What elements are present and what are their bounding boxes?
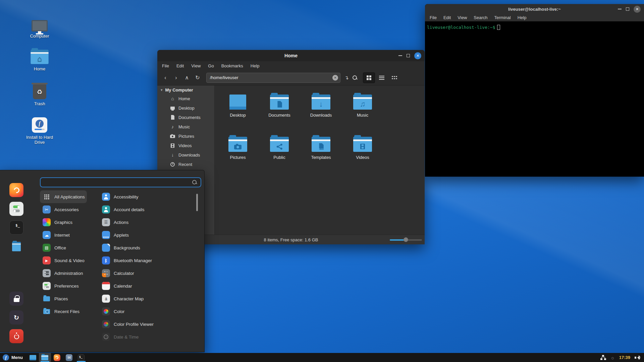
back-button[interactable]: ‹ <box>160 72 171 83</box>
category-places[interactable]: Places <box>40 292 87 305</box>
menu-search[interactable]: Search <box>474 15 487 20</box>
menu-terminal[interactable]: Terminal <box>494 15 511 20</box>
folder-item-desktop[interactable]: Desktop <box>217 91 259 133</box>
file-manager-titlebar[interactable]: Home ✕ <box>157 50 425 61</box>
desktop-icon-install[interactable]: f Install to Hard Drive <box>21 113 58 145</box>
category-administration[interactable]: Administration <box>40 267 87 280</box>
minimize-button[interactable] <box>398 55 402 56</box>
list-view-button[interactable] <box>376 72 388 83</box>
category-graphics[interactable]: Graphics <box>40 216 87 229</box>
menu-view[interactable]: View <box>458 15 467 20</box>
app-character-map[interactable]: á Character Map <box>99 292 193 305</box>
clear-location-icon[interactable]: ✕ <box>332 75 338 80</box>
close-button[interactable]: ✕ <box>414 52 421 59</box>
lock-screen-icon[interactable] <box>9 292 23 306</box>
sidebar-item-music[interactable]: ♪ Music <box>157 122 214 131</box>
category-sound-video[interactable]: ▶ Sound & Video <box>40 254 87 267</box>
terminal-titlebar[interactable]: liveuser@localhost-live:~ ✕ <box>425 4 644 14</box>
volume-icon[interactable] <box>635 355 641 360</box>
icon-view-button[interactable] <box>363 72 375 83</box>
app-bluetooth-manager[interactable]: ᛒ Bluetooth Manager <box>99 254 193 267</box>
terminal-output[interactable]: liveuser@localhost-live:~$ <box>425 21 644 33</box>
file-grid[interactable]: Desktop Documents ↓ Downloads ♫ Music Pi… <box>215 85 425 235</box>
category-internet[interactable]: ☁ Internet <box>40 229 87 241</box>
category-preferences[interactable]: Preferences <box>40 280 87 292</box>
menu-go[interactable]: Go <box>208 63 214 68</box>
category-office[interactable]: ▤ Office <box>40 241 87 254</box>
zoom-slider[interactable] <box>390 237 422 242</box>
firefox-launcher-icon[interactable] <box>9 183 23 197</box>
menu-edit[interactable]: Edit <box>443 15 451 20</box>
category-accessories[interactable]: ✂ Accessories <box>40 203 87 216</box>
folder-item-templates[interactable]: Templates <box>300 133 342 175</box>
logout-icon[interactable]: ↻ <box>9 310 23 324</box>
network-icon[interactable] <box>600 355 606 360</box>
app-applets[interactable]: Applets <box>99 229 193 241</box>
forward-button[interactable]: › <box>171 72 181 83</box>
sidebar-item-videos[interactable]: Videos <box>157 141 214 150</box>
app-account-details[interactable]: Account details <box>99 203 193 216</box>
app-date-time[interactable]: Date & Time <box>99 330 193 343</box>
compact-view-button[interactable] <box>388 72 400 83</box>
sidebar-item-home[interactable]: ⌂ Home <box>157 94 214 103</box>
search-input[interactable] <box>40 177 201 187</box>
app-calculator[interactable]: + −× = Calculator <box>99 267 193 280</box>
menu-view[interactable]: View <box>191 63 201 68</box>
sidebar-item-downloads[interactable]: ↓ Downloads <box>157 150 214 160</box>
menu-help[interactable]: Help <box>518 15 527 20</box>
app-backgrounds[interactable]: Backgrounds <box>99 241 193 254</box>
files-launcher-icon[interactable] <box>9 239 23 253</box>
category-recent-files[interactable]: Recent Files <box>40 305 87 318</box>
menu-help[interactable]: Help <box>251 63 260 68</box>
desktop-icon-trash[interactable]: ♻ Trash <box>21 80 58 106</box>
menu-file[interactable]: File <box>430 15 437 20</box>
power-icon[interactable] <box>9 329 23 343</box>
location-bar[interactable]: /home/liveuser ✕ <box>206 73 340 83</box>
close-button[interactable]: ✕ <box>634 6 641 13</box>
status-spinner-icon[interactable]: ☼ <box>610 355 615 360</box>
app-calendar[interactable]: Calendar <box>99 280 193 292</box>
clock[interactable]: 17:39 <box>619 355 630 360</box>
maximize-button[interactable] <box>626 7 629 11</box>
folder-item-public[interactable]: Public <box>259 133 300 175</box>
show-desktop-button[interactable] <box>27 353 39 362</box>
folder-item-downloads[interactable]: ↓ Downloads <box>300 91 342 133</box>
folder-item-videos[interactable]: Videos <box>342 133 383 175</box>
maximize-button[interactable] <box>407 54 410 57</box>
menu-button[interactable]: f Menu <box>0 353 27 362</box>
app-color-profile-viewer[interactable]: Color Profile Viewer <box>99 318 193 330</box>
taskbar-mail-launcher[interactable]: ✉ <box>63 353 75 362</box>
taskbar-files-window[interactable] <box>39 353 51 362</box>
menu-bookmarks[interactable]: Bookmarks <box>221 63 243 68</box>
folder-item-music[interactable]: ♫ Music <box>342 91 383 133</box>
up-button[interactable]: ∧ <box>181 72 192 83</box>
terminal-launcher-icon[interactable]: $_ <box>9 221 23 235</box>
folder-item-pictures[interactable]: Pictures <box>217 133 259 175</box>
sidebar-item-recent[interactable]: Recent <box>157 160 214 169</box>
system-settings-icon[interactable] <box>9 202 23 216</box>
scrollbar[interactable] <box>196 194 198 211</box>
search-icon[interactable] <box>352 75 358 80</box>
bluetooth-icon: ᛒ <box>102 256 110 264</box>
menu-file[interactable]: File <box>162 63 169 68</box>
start-menu: $_ ↻ All Applications ✂ Accessories Grap… <box>0 170 205 352</box>
sidebar-item-documents[interactable]: Documents <box>157 113 214 122</box>
toggle-location-entry-icon[interactable]: ↴ <box>344 75 349 81</box>
sidebar-item-pictures[interactable]: Pictures <box>157 131 214 141</box>
minimize-button[interactable] <box>618 9 622 9</box>
app-color[interactable]: Color <box>99 305 193 318</box>
app-accessibility[interactable]: Accessibility <box>99 190 193 203</box>
sidebar-section-my-computer[interactable]: ▾ My Computer <box>157 85 214 94</box>
app-actions[interactable]: ☰ Actions <box>99 216 193 229</box>
sidebar-item-desktop[interactable]: Desktop <box>157 103 214 113</box>
zoom-slider-knob[interactable] <box>404 237 408 242</box>
desktop-icon-computer[interactable]: Computer <box>21 12 58 39</box>
folder-item-documents[interactable]: Documents <box>259 91 300 133</box>
refresh-button[interactable]: ↻ <box>192 72 203 83</box>
menu-edit[interactable]: Edit <box>176 63 184 68</box>
desktop-icon-home[interactable]: ⌂ Home <box>21 45 58 71</box>
chevron-down-icon[interactable]: ▾ <box>161 88 163 92</box>
category-all-applications[interactable]: All Applications <box>40 190 87 203</box>
taskbar-terminal-window[interactable]: $_ <box>75 353 87 362</box>
taskbar-firefox-launcher[interactable] <box>51 353 63 362</box>
